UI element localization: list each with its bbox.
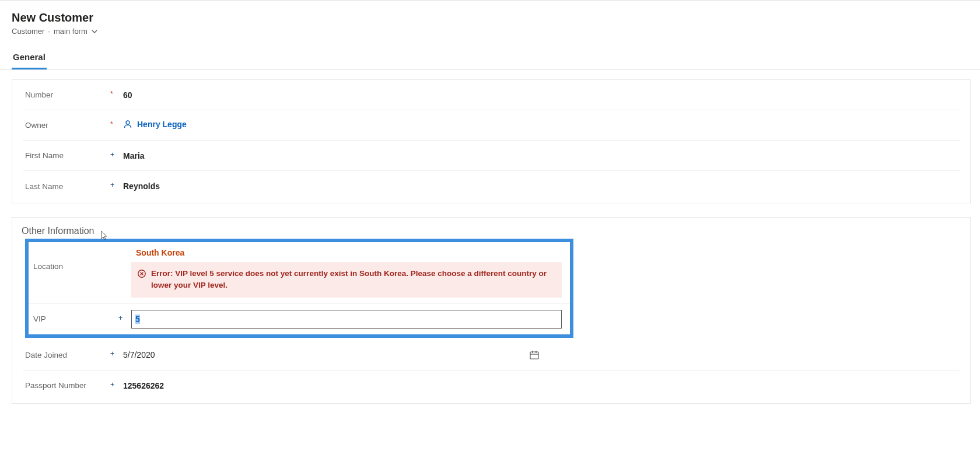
svg-point-0 [126,121,130,124]
chevron-down-icon[interactable] [91,28,98,35]
breadcrumb: Customer · main form [12,27,968,36]
recommended-marker-icon: + [110,151,123,158]
vip-label: VIP [31,315,118,323]
first-name-value[interactable]: Maria [123,151,960,160]
breadcrumb-separator-icon: · [48,27,50,36]
vip-input[interactable] [131,310,562,329]
svg-rect-2 [530,352,538,359]
owner-label: Owner [23,121,110,130]
date-joined-label: Date Joined [23,351,110,359]
error-icon [137,268,146,292]
passport-number-label: Passport Number [23,381,110,390]
highlighted-region: Location South Korea Error: VIP level 5 … [25,239,573,338]
recommended-marker-icon: + [110,350,123,357]
owner-lookup[interactable]: Henry Legge [123,120,187,129]
location-label: Location [31,245,118,271]
last-name-label: Last Name [23,182,110,191]
last-name-value[interactable]: Reynolds [123,181,960,191]
date-joined-value[interactable]: 5/7/2020 [123,349,543,361]
recommended-marker-icon: + [110,181,123,188]
breadcrumb-form[interactable]: main form [54,27,88,36]
owner-value: Henry Legge [137,120,187,129]
required-marker-icon: * [110,121,123,128]
location-error-banner: Error: VIP level 5 service does not yet … [131,262,562,298]
other-information-heading: Other Information [12,218,970,238]
first-name-label: First Name [23,151,110,160]
tab-general[interactable]: General [12,48,47,69]
recommended-marker-icon: + [118,315,131,322]
location-value[interactable]: South Korea [131,245,562,262]
number-value[interactable]: 60 [123,90,960,100]
location-error-text: Error: VIP level 5 service does not yet … [151,268,555,292]
breadcrumb-entity: Customer [12,27,44,36]
person-icon [123,120,132,129]
passport-number-value[interactable]: 125626262 [123,381,960,390]
recommended-marker-icon: + [110,381,123,388]
calendar-icon[interactable] [529,350,540,360]
required-marker-icon: * [110,90,123,97]
page-title: New Customer [12,11,968,25]
number-label: Number [23,90,110,99]
